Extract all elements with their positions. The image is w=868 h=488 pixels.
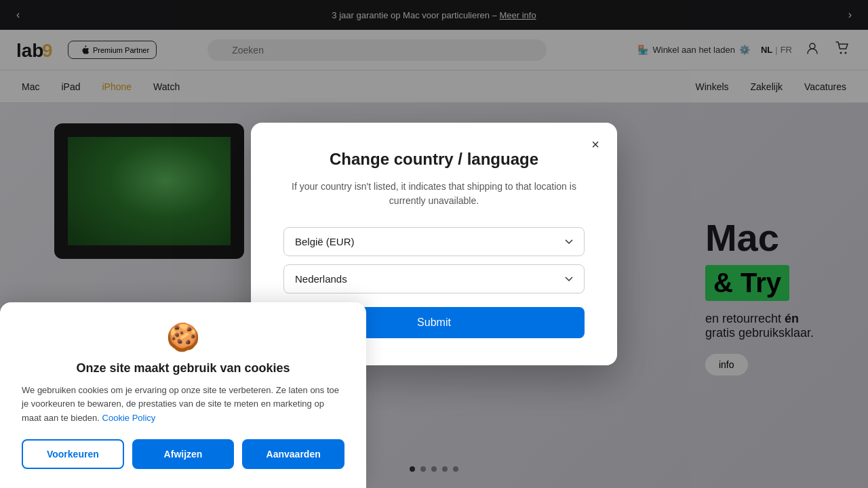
cookie-text: We gebruiken cookies om je ervaring op o…	[22, 384, 344, 426]
cookie-icon: 🍪	[22, 321, 344, 353]
cookie-afwijzen-button[interactable]: Afwijzen	[132, 439, 235, 469]
modal-title: Change country / language	[283, 150, 585, 169]
cookie-aanvaarden-button[interactable]: Aanvaarden	[242, 439, 344, 469]
cookie-banner: 🍪 Onze site maakt gebruik van cookies We…	[0, 302, 366, 488]
cookie-title: Onze site maakt gebruik van cookies	[22, 361, 344, 375]
cookie-buttons: Voorkeuren Afwijzen Aanvaarden	[22, 439, 344, 469]
modal-description: If your country isn't listed, it indicat…	[283, 180, 585, 208]
country-select[interactable]: België (EUR) Nederland (EUR) France (EUR…	[283, 227, 585, 256]
modal-close-button[interactable]: ×	[585, 134, 606, 155]
cookie-voorkeuren-button[interactable]: Voorkeuren	[22, 439, 124, 469]
language-select[interactable]: Nederlands French English	[283, 264, 585, 293]
cookie-policy-link[interactable]: Cookie Policy	[102, 413, 156, 423]
